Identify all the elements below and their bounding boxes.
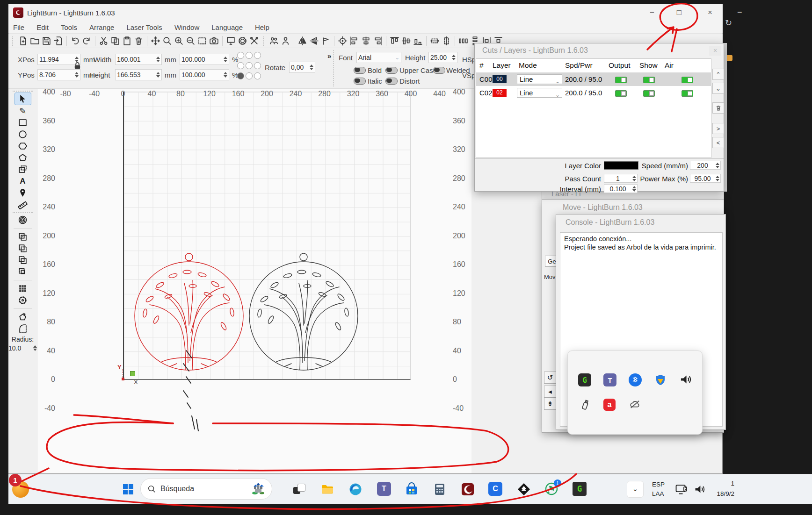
skew-button[interactable] — [320, 35, 332, 47]
grid-array-tool[interactable] — [15, 283, 31, 294]
layer-delete-button[interactable] — [712, 102, 724, 114]
machine-settings-button[interactable] — [248, 35, 260, 47]
clock-date[interactable]: 18/9/2 — [713, 490, 734, 497]
radius-value[interactable]: 10.0 — [8, 344, 21, 352]
more-tools-chevron[interactable]: » — [327, 52, 331, 60]
menu-edit[interactable]: Edit — [36, 23, 49, 31]
offscreen-rotate-icon[interactable]: ↻ — [725, 18, 732, 28]
height-percent-field[interactable]: 100.000 — [180, 69, 229, 80]
settings-gear-button[interactable] — [237, 35, 248, 47]
teams-tray-icon[interactable]: T — [603, 373, 616, 386]
width-spinner[interactable] — [154, 57, 160, 62]
zoom-in-button[interactable] — [173, 35, 185, 47]
open-file-button[interactable] — [29, 35, 41, 47]
width-field[interactable]: 160.001 — [115, 54, 162, 65]
move-left-button[interactable]: ◂ — [544, 386, 556, 398]
network-display-icon[interactable] — [674, 483, 689, 498]
menu-language[interactable]: Language — [211, 23, 243, 31]
new-file-button[interactable] — [17, 35, 29, 47]
mirror-horizontal-button[interactable] — [308, 35, 320, 47]
distribute-h-button[interactable] — [457, 35, 469, 47]
menu-help[interactable]: Help — [255, 23, 269, 31]
aspect-lock-icon[interactable] — [73, 61, 82, 72]
design-red-tree[interactable] — [135, 253, 243, 370]
maximize-button[interactable]: □ — [671, 4, 687, 21]
close-button[interactable]: × — [702, 4, 718, 21]
anchor-mid-center[interactable] — [246, 62, 253, 69]
red-a-app-tray-icon[interactable]: a — [603, 399, 616, 411]
zoom-out-button[interactable] — [185, 35, 196, 47]
welded-toggle[interactable] — [433, 67, 445, 74]
align-right-button[interactable] — [372, 35, 384, 47]
height-percent-spinner[interactable] — [222, 72, 227, 78]
anchor-top-center[interactable] — [246, 52, 253, 59]
camera-button[interactable] — [208, 35, 220, 47]
palette-grip[interactable] — [13, 212, 33, 213]
delete-button[interactable] — [133, 35, 145, 47]
align-left-button[interactable] — [348, 35, 360, 47]
zoom-button[interactable] — [161, 35, 173, 47]
interval-spinner[interactable] — [631, 186, 636, 192]
design-canvas-area[interactable]: -80-4004080120160200240280320360400440 4… — [37, 89, 471, 473]
rotate-spinner[interactable] — [308, 64, 313, 70]
calculator-icon[interactable] — [432, 482, 447, 497]
show-toggle[interactable] — [643, 90, 655, 97]
usb-tray-icon[interactable] — [579, 399, 591, 411]
anchor-top-right[interactable] — [254, 52, 261, 59]
language-indicator-line1[interactable]: ESP — [652, 481, 665, 488]
volume-tray-icon[interactable] — [679, 373, 692, 386]
ypos-spinner[interactable] — [73, 72, 79, 78]
lightburn-taskbar-icon[interactable] — [460, 482, 475, 497]
polygon-tool[interactable] — [15, 140, 31, 152]
speed-field[interactable]: 200 — [690, 161, 721, 170]
draw-lines-tool[interactable]: ✎ — [15, 105, 31, 117]
anchor-bottom-center[interactable] — [246, 72, 253, 79]
inkscape-icon[interactable] — [516, 482, 531, 497]
boolean-difference-tool[interactable] — [15, 266, 31, 278]
distort-toggle[interactable] — [385, 78, 398, 85]
edge-browser-icon[interactable] — [348, 482, 363, 497]
menu-laser-tools[interactable]: Laser Tools — [126, 23, 162, 31]
layer-move-down-button[interactable]: ⌄ — [712, 83, 724, 94]
align-bottom-button[interactable] — [412, 35, 424, 47]
mirror-vertical-button[interactable] — [297, 35, 308, 47]
design-black-tree[interactable] — [249, 253, 358, 370]
position-laser-tool[interactable] — [15, 187, 31, 199]
cut-layer-row[interactable]: C02 02 Line⌄ 200.0 / 95.0 — [476, 86, 711, 100]
rectangle-tool[interactable] — [15, 117, 31, 129]
anchor-bottom-left[interactable] — [237, 72, 244, 79]
frame-selection-button[interactable] — [196, 35, 208, 47]
language-indicator-line2[interactable]: LAA — [652, 490, 664, 497]
show-toggle[interactable] — [643, 77, 655, 83]
interval-field[interactable]: 0.100 — [604, 184, 638, 193]
power-max-spinner[interactable] — [714, 176, 719, 181]
lasergrbl-tray-icon[interactable]: G — [578, 373, 591, 386]
menu-arrange[interactable]: Arrange — [89, 23, 114, 31]
align-top-button[interactable] — [389, 35, 400, 47]
layer-mode-select[interactable]: Line⌄ — [517, 88, 562, 98]
rotate-field[interactable]: 0,00 — [289, 62, 315, 73]
microsoft-store-icon[interactable] — [404, 482, 419, 497]
taskbar-search[interactable]: Búsqueda — [140, 478, 272, 500]
circular-array-tool[interactable] — [15, 294, 31, 306]
clock-time[interactable]: 1 — [713, 480, 734, 487]
cuts-panel-close-button[interactable]: × — [709, 46, 721, 56]
boolean-subtract-tool[interactable] — [15, 243, 31, 254]
search-highlight-castle-icon[interactable] — [251, 481, 265, 497]
cut-button[interactable] — [98, 35, 109, 47]
task-view-button[interactable] — [292, 482, 307, 497]
toolbar-grip[interactable] — [12, 36, 15, 46]
bold-toggle[interactable] — [354, 67, 366, 74]
font-height-spinner[interactable] — [450, 55, 456, 60]
device-monitor-button[interactable] — [225, 35, 237, 47]
edit-nodes-tool[interactable] — [15, 152, 31, 164]
boolean-intersect-tool[interactable] — [15, 254, 31, 266]
offset-tool[interactable] — [15, 214, 31, 226]
bluetooth-tray-icon[interactable] — [629, 373, 642, 386]
height-field[interactable]: 166.553 — [115, 69, 162, 80]
teams-taskbar-icon[interactable]: T — [377, 482, 391, 496]
cut-layer-row[interactable]: C00 00 Line⌄ 200.0 / 95.0 — [476, 72, 711, 86]
shape-rotate-tool[interactable] — [15, 311, 31, 323]
boolean-union-tool[interactable] — [15, 231, 31, 243]
selection-origin-handle[interactable] — [130, 371, 135, 376]
